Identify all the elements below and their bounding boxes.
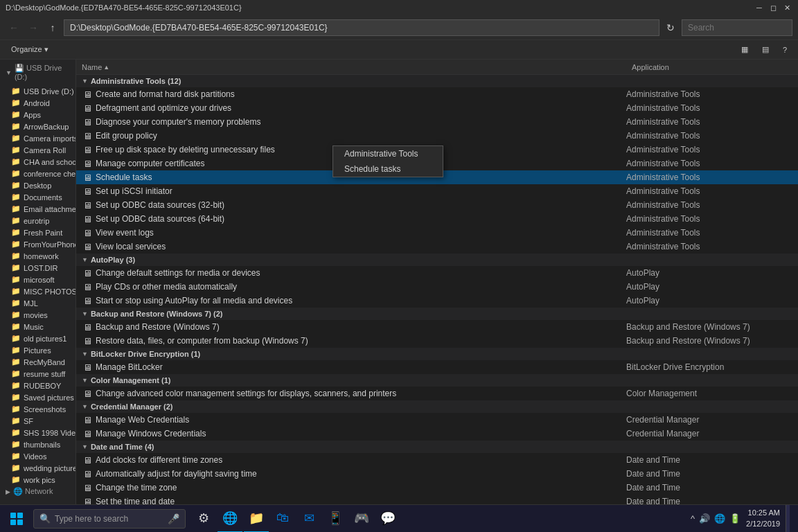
taskbar-app-settings[interactable]: ⚙	[191, 505, 216, 533]
taskbar-app-explorer[interactable]: 📁	[244, 505, 269, 533]
sidebar-item-email[interactable]: 📁Email attachmen	[0, 203, 76, 215]
taskbar-app-edge[interactable]: 🌐	[218, 505, 242, 533]
sidebar-item-wedding[interactable]: 📁wedding picture	[0, 462, 76, 474]
address-bar[interactable]	[64, 19, 659, 36]
list-item[interactable]: 🖥 Backup and Restore (Windows 7) Backup …	[76, 320, 798, 334]
sidebar-item-lostdir[interactable]: 📁LOST.DIR	[0, 262, 76, 274]
col-app-header[interactable]: Application	[629, 63, 795, 71]
sidebar-item-savedpictures[interactable]: 📁Saved pictures	[0, 391, 76, 403]
context-menu: Administrative Tools Schedule tasks	[332, 145, 443, 177]
sidebar-item-resume[interactable]: 📁resume stuff	[0, 368, 76, 380]
list-item[interactable]: 🖥 Manage Web Credentials Credential Mana…	[76, 413, 798, 427]
sidebar-item-usb[interactable]: 📁USB Drive (D:)	[0, 85, 76, 97]
settings-icon: ⚙	[198, 511, 209, 526]
taskbar-app-phone[interactable]: 📱	[323, 505, 348, 533]
restore-button[interactable]: ◻	[768, 2, 779, 13]
sidebar-item-cameraimports[interactable]: 📁Camera imports	[0, 132, 76, 144]
minimize-button[interactable]: ─	[754, 2, 765, 13]
sidebar-item-eurotrip[interactable]: 📁eurotrip	[0, 215, 76, 227]
list-item[interactable]: 🖥 Change advanced color management setti…	[76, 387, 798, 400]
sidebar-item-workpics[interactable]: 📁work pics	[0, 474, 76, 486]
list-item[interactable]: 🖥 Play CDs or other media automatically …	[76, 280, 798, 294]
tray-date: 2/12/2019	[746, 519, 780, 529]
sidebar-item-pictures[interactable]: 📁Pictures	[0, 344, 76, 356]
list-item[interactable]: 🖥 Start or stop using AutoPlay for all m…	[76, 294, 798, 308]
sidebar-item-cha[interactable]: 📁CHA and school	[0, 156, 76, 168]
list-item[interactable]: 🖥 View local services Administrative Too…	[76, 240, 798, 254]
category-autoplay[interactable]: ▼ AutoPlay (3)	[76, 254, 798, 266]
tray-volume-icon[interactable]: 🔊	[699, 513, 710, 524]
sidebar-item-cameraroll[interactable]: 📁Camera Roll	[0, 144, 76, 156]
list-item[interactable]: 🖥 View event logs Administrative Tools	[76, 226, 798, 240]
sidebar-item-desktop[interactable]: 📁Desktop	[0, 179, 76, 191]
sidebar-item-movies[interactable]: 📁movies	[0, 309, 76, 321]
forward-button[interactable]: →	[25, 19, 42, 36]
sidebar-item-shs1998[interactable]: 📁SHS 1998 Videos	[0, 427, 76, 438]
list-item[interactable]: 🖥 Set up ODBC data sources (32-bit) Admi…	[76, 198, 798, 212]
sidebar-item-mjl[interactable]: 📁MJL	[0, 297, 76, 309]
list-item[interactable]: 🖥 Automatically adjust for daylight savi…	[76, 467, 798, 481]
sidebar-item-android[interactable]: 📁Android	[0, 97, 76, 109]
list-item[interactable]: 🖥 Create and format hard disk partitions…	[76, 87, 798, 101]
start-button[interactable]	[3, 505, 30, 533]
category-credential[interactable]: ▼ Credential Manager (2)	[76, 400, 798, 413]
close-button[interactable]: ✕	[781, 2, 792, 13]
sidebar-item-freshpaint[interactable]: 📁Fresh Paint	[0, 227, 76, 238]
list-item[interactable]: 🖥 Change the time zone Date and Time	[76, 481, 798, 495]
sidebar-item-arrowbackup[interactable]: 📁ArrowBackup	[0, 121, 76, 132]
list-item[interactable]: 🖥 Add clocks for different time zones Da…	[76, 453, 798, 467]
sidebar-item-oldpictures[interactable]: 📁old pictures1	[0, 332, 76, 344]
list-item[interactable]: 🖥 Manage BitLocker BitLocker Drive Encry…	[76, 360, 798, 374]
context-menu-item-admin[interactable]: Administrative Tools	[333, 146, 443, 161]
organize-button[interactable]: Organize ▾	[6, 42, 54, 57]
taskbar-app-store[interactable]: 🛍	[270, 505, 295, 533]
list-item[interactable]: 🖥 Set up iSCSI initiator Administrative …	[76, 184, 798, 198]
list-item[interactable]: 🖥 Set up ODBC data sources (64-bit) Admi…	[76, 212, 798, 226]
list-item[interactable]: 🖥 Manage Windows Credentials Credential …	[76, 427, 798, 441]
category-administrative-tools[interactable]: ▼ Administrative Tools (12)	[76, 75, 798, 87]
list-item[interactable]: 🖥 Diagnose your computer's memory proble…	[76, 115, 798, 129]
sidebar-item-documents[interactable]: 📁Documents	[0, 191, 76, 203]
sidebar-item-videos[interactable]: 📁Videos	[0, 450, 76, 462]
view-grid-button[interactable]: ▦	[736, 42, 754, 57]
search-input[interactable]	[682, 19, 792, 36]
col-name-header[interactable]: Name ▲	[79, 63, 629, 71]
list-item[interactable]: 🖥 Restore data, files, or computer from …	[76, 334, 798, 348]
taskbar-search[interactable]: 🔍 Type here to search 🎤	[33, 509, 186, 529]
sidebar-item-screenshots[interactable]: 📁Screenshots	[0, 403, 76, 415]
sidebar-root[interactable]: ▼ 💾 USB Drive (D:)	[0, 62, 76, 82]
tray-time[interactable]: 10:25 AM 2/12/2019	[746, 508, 780, 529]
sidebar-item-apps[interactable]: 📁Apps	[0, 109, 76, 121]
context-menu-item-schedule[interactable]: Schedule tasks	[333, 161, 443, 177]
list-item[interactable]: 🖥 Change default settings for media or d…	[76, 266, 798, 280]
sidebar-item-fromyourphone[interactable]: 📁FromYourPhone	[0, 238, 76, 250]
sidebar-item-sf[interactable]: 📁SF	[0, 415, 76, 427]
view-list-button[interactable]: ▤	[756, 42, 774, 57]
category-color[interactable]: ▼ Color Management (1)	[76, 374, 798, 387]
tray-network-icon[interactable]: 🌐	[714, 513, 725, 524]
sidebar-item-rudeboy[interactable]: 📁RUDEBOY	[0, 380, 76, 391]
list-item[interactable]: 🖥 Edit group policy Administrative Tools	[76, 129, 798, 143]
sidebar-network[interactable]: ▶ 🌐 Network	[0, 486, 76, 497]
category-bitlocker[interactable]: ▼ BitLocker Drive Encryption (1)	[76, 348, 798, 360]
taskbar-app-steam[interactable]: 🎮	[349, 505, 374, 533]
sidebar-item-microsoft[interactable]: 📁microsoft	[0, 274, 76, 285]
taskbar-app-teams[interactable]: 💬	[375, 505, 400, 533]
list-item[interactable]: 🖥 Defragment and optimize your drives Ad…	[76, 101, 798, 115]
sidebar-item-homework[interactable]: 📁homework	[0, 250, 76, 262]
sidebar-item-conference[interactable]: 📁conference chec	[0, 168, 76, 179]
category-backup[interactable]: ▼ Backup and Restore (Windows 7) (2)	[76, 308, 798, 320]
sidebar-item-recmyband[interactable]: 📁RecMyBand	[0, 356, 76, 368]
show-desktop-button[interactable]	[786, 505, 790, 533]
tray-chevron-icon[interactable]: ^	[691, 513, 695, 524]
sidebar-item-music[interactable]: 📁Music	[0, 321, 76, 332]
category-datetime[interactable]: ▼ Date and Time (4)	[76, 441, 798, 453]
tray-battery-icon[interactable]: 🔋	[729, 513, 741, 524]
back-button[interactable]: ←	[6, 19, 22, 36]
refresh-button[interactable]: ↻	[662, 19, 679, 36]
help-button[interactable]: ?	[777, 42, 792, 57]
sidebar-item-thumbnails[interactable]: 📁thumbnails	[0, 438, 76, 450]
sidebar-item-miscphotos[interactable]: 📁MISC PHOTOS	[0, 285, 76, 297]
taskbar-app-mail[interactable]: ✉	[296, 505, 321, 533]
up-button[interactable]: ↑	[44, 19, 61, 36]
